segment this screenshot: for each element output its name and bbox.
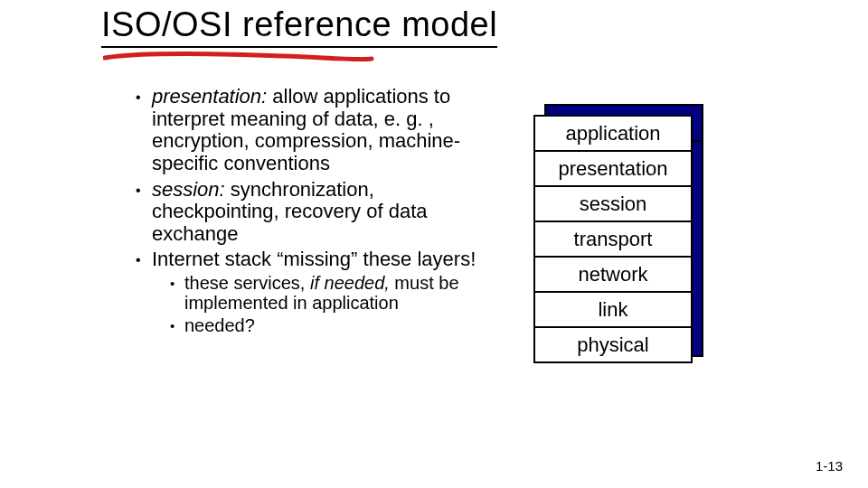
stack-layers: application presentation session transpo…: [533, 115, 693, 363]
slide-title: ISO/OSI reference model: [101, 5, 497, 48]
bullet-text: these layers!: [357, 248, 476, 270]
bullet-text: Internet stack: [152, 248, 277, 270]
layer-presentation: presentation: [533, 150, 693, 187]
bullet-missing-layers: Internet stack “missing” these layers! t…: [136, 249, 488, 335]
sub-bullet-needed: needed?: [170, 315, 488, 335]
bullet-session: session: synchronization, checkpointing,…: [136, 179, 488, 246]
layer-network: network: [533, 256, 693, 293]
layer-link: link: [533, 291, 693, 328]
bullet-label: presentation:: [152, 85, 267, 108]
sub-text: needed?: [184, 315, 255, 335]
bullet-quote: “missing”: [277, 248, 357, 270]
layer-physical: physical: [533, 326, 693, 363]
sub-em: if needed,: [310, 273, 390, 293]
title-wrap: ISO/OSI reference model: [101, 5, 497, 48]
bullet-presentation: presentation: allow applications to inte…: [136, 86, 488, 175]
red-underline-annotation: [103, 50, 374, 66]
slide: ISO/OSI reference model presentation: al…: [0, 0, 868, 488]
osi-stack: application presentation session transpo…: [533, 104, 705, 402]
layer-session: session: [533, 185, 693, 222]
layer-transport: transport: [533, 221, 693, 258]
sub-text: these services,: [184, 273, 310, 293]
body-text: presentation: allow applications to inte…: [136, 86, 488, 339]
page-number: 1-13: [816, 458, 843, 474]
layer-application: application: [533, 115, 693, 152]
bullet-label: session:: [152, 178, 225, 201]
sub-bullet-services: these services, if needed, must be imple…: [170, 273, 488, 314]
